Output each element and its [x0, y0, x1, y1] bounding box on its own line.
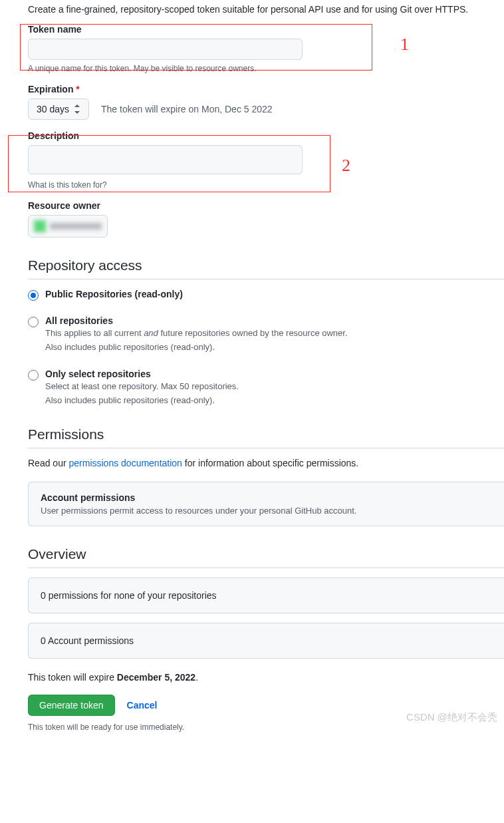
perm-text-after: for information about specific permissio…: [182, 458, 358, 468]
radio-desc-all-2: Also includes public repositories (read-…: [45, 341, 348, 354]
radio-label-public: Public Repositories (read-only): [45, 289, 183, 299]
radio-desc-all-1: This applies to all current and future r…: [45, 327, 348, 340]
radio-desc-select-1: Select at least one repository. Max 50 r…: [45, 381, 239, 393]
expire-prefix: This token will expire: [28, 672, 117, 683]
perm-text-before: Read our: [28, 458, 68, 468]
generate-token-button[interactable]: Generate token: [28, 695, 115, 716]
resource-owner-field: Resource owner: [28, 200, 504, 238]
select-caret-icon: [74, 104, 80, 114]
token-name-help: A unique name for this token. May be vis…: [28, 64, 504, 73]
repo-access-title: Repository access: [28, 257, 504, 279]
permissions-text: Read our permissions documentation for i…: [28, 458, 504, 468]
footer-note: This token will be ready for use immedia…: [28, 723, 504, 732]
token-name-field: Token name A unique name for this token.…: [28, 24, 504, 73]
radio-label-all: All repositories: [45, 315, 348, 326]
description-label: Description: [28, 130, 504, 141]
permissions-doc-link[interactable]: permissions documentation: [68, 458, 182, 468]
description-input[interactable]: [28, 145, 303, 174]
account-permissions-card[interactable]: Account permissions User permissions per…: [28, 482, 504, 526]
resource-owner-select[interactable]: [28, 215, 108, 238]
account-permissions-desc: User permissions permit access to resour…: [41, 506, 492, 516]
description-field: Description What is this token for?: [28, 130, 504, 190]
radio-desc-select-2: Also includes public repositories (read-…: [45, 395, 239, 407]
expiration-selected: 30 days: [37, 104, 69, 114]
cancel-button[interactable]: Cancel: [127, 700, 158, 711]
overview-account-card[interactable]: 0 Account permissions: [28, 623, 504, 659]
account-permissions-title: Account permissions: [41, 492, 492, 503]
expire-suffix: .: [195, 672, 198, 683]
expiration-select[interactable]: 30 days: [28, 98, 89, 120]
token-name-label: Token name: [28, 24, 504, 35]
watermark: CSDN @绝对不会秃: [406, 711, 497, 724]
radio-select-repos[interactable]: Only select repositories Select at least…: [28, 369, 504, 407]
radio-label-select: Only select repositories: [45, 369, 239, 379]
intro-text: Create a fine-grained, repository-scoped…: [28, 4, 504, 15]
divider: [28, 279, 504, 279]
owner-avatar-icon: [34, 220, 46, 232]
radio-input-all[interactable]: [28, 317, 39, 327]
radio-input-select[interactable]: [28, 370, 39, 381]
expiration-label-text: Expiration: [28, 84, 73, 94]
expiration-field: Expiration * 30 days The token will expi…: [28, 84, 504, 120]
overview-account-line: 0 Account permissions: [41, 635, 492, 646]
token-name-input[interactable]: [28, 39, 303, 60]
overview-repo-card[interactable]: 0 permissions for none of your repositor…: [28, 577, 504, 613]
radio-input-public[interactable]: [28, 290, 39, 301]
resource-owner-label: Resource owner: [28, 200, 504, 211]
permissions-title: Permissions: [28, 426, 504, 448]
page: Create a fine-grained, repository-scoped…: [28, 4, 504, 732]
divider: [28, 448, 504, 448]
radio-public-repos[interactable]: Public Repositories (read-only): [28, 289, 504, 301]
owner-name-blurred: [50, 223, 102, 230]
expire-summary: This token will expire December 5, 2022.: [28, 672, 504, 683]
expiration-label: Expiration *: [28, 84, 504, 94]
description-help: What is this token for?: [28, 180, 504, 190]
expiration-note: The token will expire on Mon, Dec 5 2022: [101, 104, 273, 114]
expire-date: December 5, 2022: [117, 672, 195, 683]
overview-title: Overview: [28, 546, 504, 568]
required-mark: *: [76, 84, 79, 94]
radio-all-repos[interactable]: All repositories This applies to all cur…: [28, 315, 504, 354]
divider: [28, 568, 504, 568]
overview-repo-line: 0 permissions for none of your repositor…: [41, 590, 492, 601]
